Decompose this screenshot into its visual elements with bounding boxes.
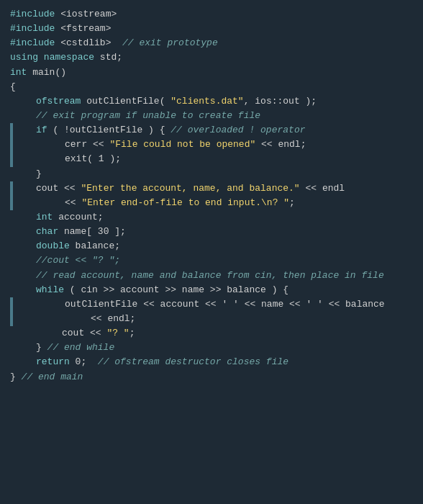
code-line: { <box>10 80 413 94</box>
token: double <box>36 239 70 253</box>
code-line: cout << "? "; <box>10 326 413 341</box>
token <box>55 22 60 36</box>
token: , ios::out ); <box>244 94 317 109</box>
token: account; <box>53 210 103 225</box>
token: } <box>10 370 22 384</box>
code-line: } <box>10 167 413 181</box>
token: <iostream> <box>60 7 117 22</box>
code-line: } // end while <box>10 341 413 355</box>
token: name[ 30 ]; <box>58 225 126 239</box>
code-line: cout << "Enter the account, name, and ba… <box>10 181 413 196</box>
token: // end main <box>22 370 83 384</box>
code-line: if ( !outClientFile ) { // overloaded ! … <box>10 123 413 138</box>
token: // ofstream destructor closes file <box>98 355 288 369</box>
token: cout << <box>62 326 106 341</box>
code-line: #include <cstdlib> // exit prototype <box>10 36 413 50</box>
token: ( cin >> account >> name >> balance ) { <box>64 283 288 297</box>
code-line: << "Enter end-of-file to end input.\n? "… <box>10 196 413 210</box>
token: "File could not be opened" <box>109 138 255 152</box>
token <box>111 36 122 50</box>
token: main() <box>27 66 66 80</box>
token: return <box>36 355 70 369</box>
code-line: double balance; <box>10 239 413 253</box>
code-line: char name[ 30 ]; <box>10 225 413 239</box>
token: namespace <box>44 50 94 65</box>
token: while <box>36 283 64 297</box>
token: << endl; <box>91 312 135 326</box>
token: cerr << <box>65 138 109 152</box>
token: using <box>10 50 38 65</box>
code-line: } // end main <box>10 370 413 384</box>
token: << <box>65 196 81 210</box>
token: // exit prototype <box>122 36 218 50</box>
token: ; <box>129 326 135 341</box>
code-line: using namespace std; <box>10 50 413 65</box>
code-line: // exit program if unable to create file <box>10 109 413 123</box>
code-line: return 0; // ofstream destructor closes … <box>10 355 413 369</box>
token: ; <box>289 196 295 210</box>
code-line: #include <iostream> <box>10 7 413 22</box>
token: outClientFile << account << ' ' << name … <box>65 297 385 312</box>
token: cout << <box>36 181 81 196</box>
token: // read account, name and balance from c… <box>36 269 384 283</box>
token: exit( 1 ); <box>65 152 121 166</box>
token: if <box>36 123 47 138</box>
token: "? " <box>106 326 129 341</box>
token: 0; <box>70 355 98 369</box>
token: char <box>36 225 58 239</box>
token: << endl; <box>255 138 306 152</box>
code-line: ofstream outClientFile( "clients.dat", i… <box>10 94 413 109</box>
code-line: cerr << "File could not be opened" << en… <box>10 138 413 152</box>
code-line: // read account, name and balance from c… <box>10 269 413 283</box>
token: //cout << "? "; <box>36 253 120 268</box>
code-line: #include <fstream> <box>10 22 413 36</box>
token: // overloaded ! operator <box>170 123 305 138</box>
code-editor: #include <iostream>#include <fstream>#in… <box>0 0 423 504</box>
token <box>55 7 60 22</box>
token: // exit program if unable to create file <box>36 109 260 123</box>
token: "Enter end-of-file to end input.\n? " <box>81 196 289 210</box>
token: } <box>36 341 47 355</box>
code-line: << endl; <box>10 312 413 326</box>
token: "clients.dat" <box>170 94 243 109</box>
token: #include <box>10 7 55 22</box>
token: { <box>10 80 16 94</box>
token: #include <box>10 22 55 36</box>
token: balance; <box>70 239 120 253</box>
token <box>38 50 44 65</box>
code-line: outClientFile << account << ' ' << name … <box>10 297 413 312</box>
token: "Enter the account, name, and balance." <box>81 181 299 196</box>
token <box>55 36 60 50</box>
code-line: exit( 1 ); <box>10 152 413 166</box>
token: << endl <box>300 181 345 196</box>
code-line: int account; <box>10 210 413 225</box>
code-line: while ( cin >> account >> name >> balanc… <box>10 283 413 297</box>
code-line: int main() <box>10 66 413 80</box>
token: <fstream> <box>60 22 111 36</box>
token: ( !outClientFile ) { <box>47 123 171 138</box>
token: outClientFile( <box>81 94 170 109</box>
token: <cstdlib> <box>60 36 111 50</box>
token: #include <box>10 36 55 50</box>
token: std; <box>94 50 122 65</box>
token: } <box>36 167 42 181</box>
code-content: #include <iostream>#include <fstream>#in… <box>10 7 413 384</box>
token: ofstream <box>36 94 81 109</box>
code-line: //cout << "? "; <box>10 253 413 268</box>
token: int <box>36 210 53 225</box>
token: // end while <box>47 341 115 355</box>
token: int <box>10 66 27 80</box>
